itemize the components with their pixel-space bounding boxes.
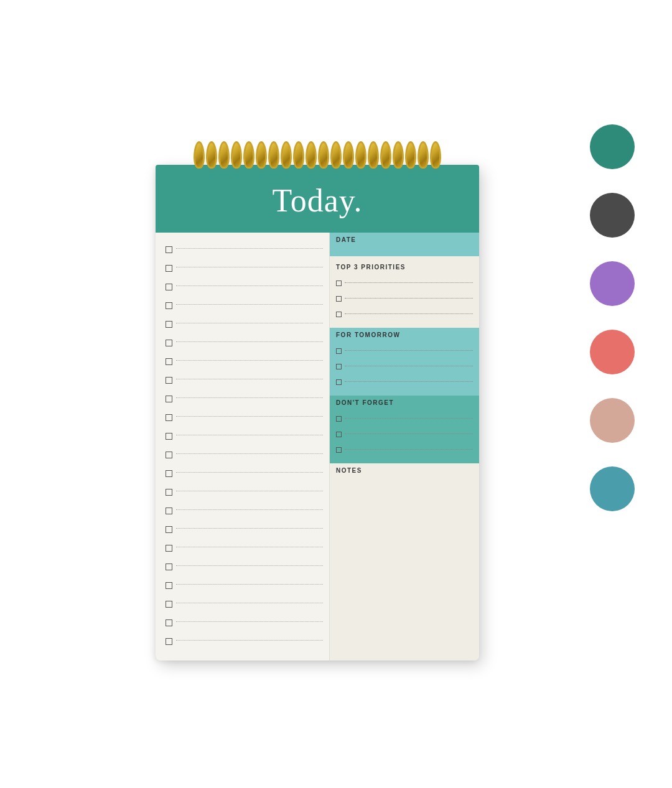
coil [405, 141, 416, 169]
checkbox[interactable] [166, 563, 172, 570]
dotted-line [176, 547, 323, 547]
mini-checkbox[interactable] [336, 416, 342, 422]
dontforget-row[interactable] [336, 427, 473, 441]
checkbox[interactable] [166, 246, 172, 253]
coil [293, 141, 304, 169]
dotted-line [176, 248, 323, 249]
dotted-line [176, 397, 323, 398]
mini-checkbox[interactable] [336, 280, 342, 286]
mini-checkbox[interactable] [336, 312, 342, 317]
checkbox[interactable] [166, 302, 172, 309]
checkbox[interactable] [166, 601, 172, 608]
checkbox[interactable] [166, 377, 172, 384]
table-row[interactable] [166, 447, 323, 463]
mini-dotted-line [345, 282, 473, 283]
table-row[interactable] [166, 503, 323, 519]
coil [206, 141, 217, 169]
checkbox[interactable] [166, 526, 172, 533]
mini-checkbox[interactable] [336, 364, 342, 369]
table-row[interactable] [166, 409, 323, 425]
checkbox[interactable] [166, 265, 172, 272]
table-row[interactable] [166, 614, 323, 631]
table-row[interactable] [166, 353, 323, 369]
coil [231, 141, 242, 169]
swatch-teal-light[interactable] [590, 466, 635, 511]
coil [218, 141, 230, 169]
left-checklist [156, 233, 330, 661]
table-row[interactable] [166, 279, 323, 295]
mini-checkbox[interactable] [336, 447, 342, 453]
checkbox[interactable] [166, 582, 172, 589]
table-row[interactable] [166, 540, 323, 556]
coil [355, 141, 366, 169]
priority-row[interactable] [336, 292, 473, 305]
table-row[interactable] [166, 577, 323, 593]
table-row[interactable] [166, 465, 323, 481]
dontforget-row[interactable] [336, 412, 473, 425]
coil [268, 141, 279, 169]
table-row[interactable] [166, 521, 323, 537]
mini-dotted-line [345, 449, 473, 450]
spiral [187, 141, 448, 174]
dotted-line [176, 509, 323, 510]
checkbox[interactable] [166, 638, 172, 645]
checkbox[interactable] [166, 433, 172, 440]
tomorrow-row[interactable] [336, 344, 473, 358]
coil [256, 141, 267, 169]
coil [393, 141, 404, 169]
checkbox[interactable] [166, 452, 172, 458]
checkbox[interactable] [166, 545, 172, 552]
coil [380, 141, 391, 169]
table-row[interactable] [166, 596, 323, 612]
mini-checkbox[interactable] [336, 296, 342, 302]
mini-dotted-line [345, 350, 473, 351]
tomorrow-row[interactable] [336, 359, 473, 373]
swatch-charcoal[interactable] [590, 193, 635, 238]
checkbox[interactable] [166, 284, 172, 290]
mini-checkbox[interactable] [336, 348, 342, 354]
mini-checkbox[interactable] [336, 432, 342, 437]
swatch-teal-dark[interactable] [590, 124, 635, 169]
checkbox[interactable] [166, 340, 172, 346]
mini-dotted-line [345, 313, 473, 314]
coil [430, 141, 441, 169]
dotted-line [176, 528, 323, 529]
swatch-blush[interactable] [590, 398, 635, 443]
table-row[interactable] [166, 372, 323, 388]
dotted-line [176, 379, 323, 379]
coil [318, 141, 329, 169]
table-row[interactable] [166, 428, 323, 444]
dotted-line [176, 323, 323, 323]
table-row[interactable] [166, 391, 323, 407]
dotted-line [176, 640, 323, 641]
checkbox[interactable] [166, 508, 172, 514]
checkbox[interactable] [166, 619, 172, 626]
table-row[interactable] [166, 559, 323, 575]
table-row[interactable] [166, 484, 323, 500]
swatch-coral[interactable] [590, 330, 635, 374]
coil [368, 141, 379, 169]
checkbox[interactable] [166, 470, 172, 477]
coil [281, 141, 292, 169]
table-row[interactable] [166, 316, 323, 332]
mini-checkbox[interactable] [336, 379, 342, 385]
swatch-purple[interactable] [590, 261, 635, 306]
checkbox[interactable] [166, 489, 172, 496]
table-row[interactable] [166, 260, 323, 276]
priority-row[interactable] [336, 307, 473, 321]
dontforget-row[interactable] [336, 443, 473, 457]
checkbox[interactable] [166, 414, 172, 421]
table-row[interactable] [166, 335, 323, 351]
priority-row[interactable] [336, 276, 473, 290]
right-sections: DATE TOP 3 PRIORITIES FOR TOMORROW [330, 233, 479, 661]
checkbox[interactable] [166, 358, 172, 365]
checkbox[interactable] [166, 321, 172, 328]
coil [330, 141, 342, 169]
table-row[interactable] [166, 633, 323, 649]
date-label: DATE [330, 233, 479, 247]
table-row[interactable] [166, 297, 323, 313]
tomorrow-row[interactable] [336, 375, 473, 389]
mini-dotted-line [345, 298, 473, 299]
checkbox[interactable] [166, 396, 172, 402]
table-row[interactable] [166, 241, 323, 257]
